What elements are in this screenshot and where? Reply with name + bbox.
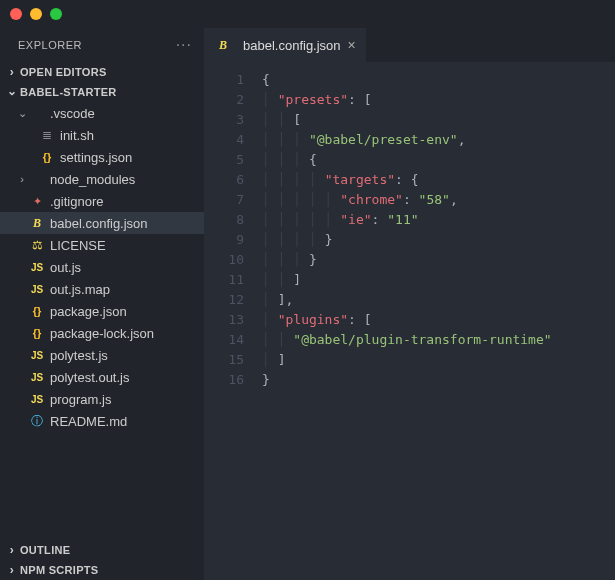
git-icon: ✦ [28,195,46,208]
window-titlebar [0,0,615,28]
chevron-down-icon: ⌄ [4,84,20,98]
section-npm-scripts-label: NPM SCRIPTS [20,564,98,576]
babel-icon: B [214,38,232,53]
babel-icon: B [28,216,46,231]
file-item[interactable]: ✦.gitignore [0,190,204,212]
json-icon: {} [38,151,56,163]
explorer-title: EXPLORER [18,39,82,51]
file-label: babel.config.json [50,216,148,231]
chevron-right-icon: › [16,173,28,185]
code-editor[interactable]: 12345678910111213141516 {│ "presets": [│… [204,62,615,390]
json-icon: {} [28,327,46,339]
section-npm-scripts[interactable]: › NPM SCRIPTS [0,560,204,580]
section-open-editors[interactable]: › OPEN EDITORS [0,62,204,82]
file-label: package-lock.json [50,326,154,341]
explorer-more-icon[interactable]: ··· [176,36,192,54]
file-item[interactable]: JSpolytest.js [0,344,204,366]
line-gutter: 12345678910111213141516 [204,70,262,390]
tab-babel-config[interactable]: B babel.config.json × [204,28,366,62]
chevron-right-icon: › [4,563,20,577]
file-label: out.js.map [50,282,110,297]
sidebar: EXPLORER ··· › OPEN EDITORS ⌄ BABEL-STAR… [0,28,204,580]
close-window-button[interactable] [10,8,22,20]
chevron-right-icon: › [4,543,20,557]
file-item[interactable]: {}package-lock.json [0,322,204,344]
tab-label: babel.config.json [243,38,341,53]
maximize-window-button[interactable] [50,8,62,20]
file-item[interactable]: ≣init.sh [0,124,204,146]
minimize-window-button[interactable] [30,8,42,20]
close-tab-icon[interactable]: × [348,37,356,53]
folder-item[interactable]: ⌄.vscode [0,102,204,124]
json-icon: {} [28,305,46,317]
chevron-right-icon: › [4,65,20,79]
file-item[interactable]: JSprogram.js [0,388,204,410]
file-label: program.js [50,392,111,407]
code-lines: {│ "presets": [│ │ [│ │ │ "@babel/preset… [262,70,615,390]
file-tree: ⌄.vscode≣init.sh{}settings.json›node_mod… [0,102,204,540]
sh-icon: ≣ [38,128,56,142]
folder-item[interactable]: ›node_modules [0,168,204,190]
section-outline-label: OUTLINE [20,544,70,556]
editor-area: B babel.config.json × 123456789101112131… [204,28,615,580]
file-label: polytest.js [50,348,108,363]
file-label: settings.json [60,150,132,165]
file-label: out.js [50,260,81,275]
chevron-down-icon: ⌄ [16,107,28,120]
file-label: init.sh [60,128,94,143]
file-item[interactable]: {}settings.json [0,146,204,168]
license-icon: ⚖ [28,238,46,252]
file-label: package.json [50,304,127,319]
file-item[interactable]: ⓘREADME.md [0,410,204,432]
js-icon: JS [28,262,46,273]
js-icon: JS [28,372,46,383]
section-open-editors-label: OPEN EDITORS [20,66,107,78]
js-icon: JS [28,394,46,405]
file-item[interactable]: JSout.js [0,256,204,278]
file-label: .gitignore [50,194,103,209]
js-icon: JS [28,284,46,295]
section-project-label: BABEL-STARTER [20,86,117,98]
file-label: LICENSE [50,238,106,253]
file-label: .vscode [50,106,95,121]
file-item[interactable]: ⚖LICENSE [0,234,204,256]
info-icon: ⓘ [28,413,46,430]
section-project[interactable]: ⌄ BABEL-STARTER [0,82,204,102]
file-item[interactable]: Bbabel.config.json [0,212,204,234]
file-item[interactable]: JSout.js.map [0,278,204,300]
file-label: README.md [50,414,127,429]
file-item[interactable]: JSpolytest.out.js [0,366,204,388]
file-label: node_modules [50,172,135,187]
file-item[interactable]: {}package.json [0,300,204,322]
tabs-bar: B babel.config.json × [204,28,615,62]
file-label: polytest.out.js [50,370,130,385]
section-outline[interactable]: › OUTLINE [0,540,204,560]
js-icon: JS [28,350,46,361]
